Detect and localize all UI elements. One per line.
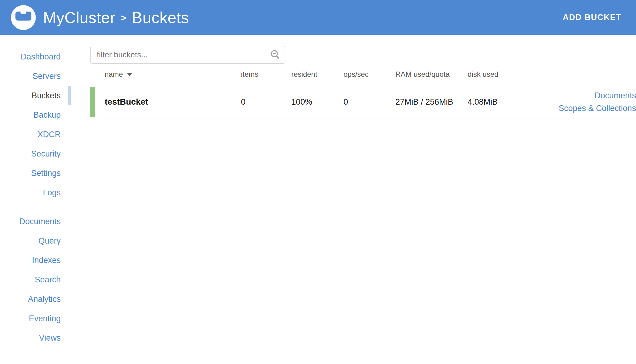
cluster-name: MyCluster [43,8,116,27]
bucket-ram-used-quota: 27MiB / 256MiB [395,97,468,107]
column-header-ram-used-quota: RAM used/quota [395,70,468,79]
column-header-disk-used: disk used [468,70,559,79]
bucket-disk-used: 4.08MiB [468,97,559,107]
sidebar-item-dashboard[interactable]: Dashboard [0,47,71,66]
column-header-resident: resident [291,70,343,79]
column-header-ops-sec: ops/sec [343,70,395,79]
sidebar-item-servers[interactable]: Servers [0,66,71,86]
scopes-collections-link[interactable]: Scopes & Collections [559,102,636,115]
sidebar: Dashboard Servers Buckets Backup XDCR Se… [0,35,71,362]
sidebar-item-security[interactable]: Security [0,144,71,163]
sidebar-item-settings[interactable]: Settings [0,163,71,183]
sidebar-item-indexes[interactable]: Indexes [0,251,71,270]
add-bucket-button[interactable]: ADD BUCKET [563,10,622,25]
bucket-ops-per-sec: 0 [343,97,395,107]
sidebar-item-backup[interactable]: Backup [0,105,71,125]
documents-link[interactable]: Documents [559,89,636,102]
column-header-items: items [241,70,291,79]
app-header: MyCluster > Buckets ADD BUCKET [0,0,636,35]
bucket-items-count: 0 [241,97,291,107]
page-title: Buckets [132,8,189,27]
sidebar-item-documents[interactable]: Documents [0,212,71,231]
filter-buckets-input[interactable] [90,46,285,64]
main-content: name items resident ops/sec RAM used/quo… [71,35,636,364]
column-header-name[interactable]: name [90,70,241,79]
breadcrumb: MyCluster > Buckets [43,8,189,27]
breadcrumb-separator-icon: > [121,13,127,23]
sidebar-item-xdcr[interactable]: XDCR [0,125,71,144]
bucket-resident-ratio: 100% [291,97,343,107]
sidebar-item-search[interactable]: Search [0,270,71,289]
sidebar-item-views[interactable]: Views [0,328,71,348]
sidebar-item-eventing[interactable]: Eventing [0,309,71,328]
bucket-row[interactable]: testBucket 0 100% 0 27MiB / 256MiB 4.08M… [90,85,636,119]
bucket-name: testBucket [90,97,241,107]
buckets-table-header: name items resident ops/sec RAM used/quo… [90,64,636,85]
sidebar-item-logs[interactable]: Logs [0,183,71,202]
sidebar-item-analytics[interactable]: Analytics [0,289,71,309]
buckets-table: name items resident ops/sec RAM used/quo… [90,64,636,119]
sort-desc-icon [127,73,132,76]
couchbase-logo [11,5,36,30]
sidebar-group-divider [0,202,71,212]
sidebar-item-query[interactable]: Query [0,231,71,251]
sidebar-item-buckets[interactable]: Buckets [0,86,71,105]
